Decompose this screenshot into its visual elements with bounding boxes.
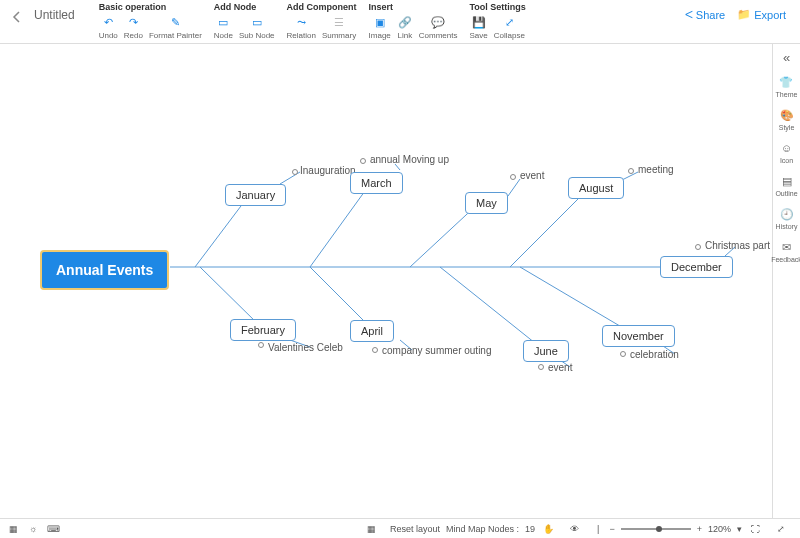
- svg-line-6: [310, 267, 370, 327]
- toolbar-group-title: Add Component: [287, 2, 357, 12]
- back-button[interactable]: [8, 8, 26, 26]
- node-november[interactable]: November: [602, 325, 675, 347]
- toolbar-group-title: Basic operation: [99, 2, 202, 12]
- sub-annualmovingup[interactable]: annual Moving up: [370, 154, 449, 165]
- zoom-dropdown[interactable]: ▾: [737, 524, 742, 534]
- format-painter-button[interactable]: ✎Format Painter: [149, 14, 202, 40]
- sub-celebration[interactable]: celebration: [630, 349, 679, 360]
- svg-line-2: [310, 184, 370, 267]
- reset-layout-button[interactable]: Reset layout: [390, 524, 440, 534]
- share-icon: ⵦ: [685, 8, 693, 21]
- outline-button[interactable]: ▤Outline: [775, 174, 797, 197]
- right-panel: « 👕Theme 🎨Style ☺Icon ▤Outline 🕘History …: [772, 44, 800, 518]
- node-june[interactable]: June: [523, 340, 569, 362]
- node-december[interactable]: December: [660, 256, 733, 278]
- history-icon: 🕘: [780, 207, 794, 221]
- node-august[interactable]: August: [568, 177, 624, 199]
- undo-button[interactable]: ↶Undo: [99, 14, 118, 40]
- collapse-icon: ⤢: [501, 14, 517, 30]
- export-icon: 📁: [737, 8, 751, 21]
- hand-icon[interactable]: ✋: [541, 522, 555, 536]
- save-button[interactable]: 💾Save: [469, 14, 487, 40]
- svg-line-8: [520, 267, 630, 332]
- node-icon: ▭: [215, 14, 231, 30]
- format-painter-icon: ✎: [167, 14, 183, 30]
- keyboard-icon[interactable]: ⌨: [46, 522, 60, 536]
- nodes-label: Mind Map Nodes :: [446, 524, 519, 534]
- toolbar-group-addnode: Add Node ▭Node ▭Sub Node: [214, 2, 275, 40]
- fit-icon[interactable]: ⛶: [748, 522, 762, 536]
- undo-icon: ↶: [100, 14, 116, 30]
- toolbar-group-title: Add Node: [214, 2, 275, 12]
- collapse-panel-button[interactable]: «: [783, 50, 790, 65]
- comments-button[interactable]: 💬Comments: [419, 14, 458, 40]
- feedback-icon: ✉: [780, 240, 794, 254]
- sub-event-june[interactable]: event: [548, 362, 572, 373]
- link-icon: 🔗: [397, 14, 413, 30]
- sub-meeting[interactable]: meeting: [638, 164, 674, 175]
- export-button[interactable]: 📁Export: [737, 8, 786, 21]
- zoom-out-button[interactable]: −: [609, 524, 614, 534]
- sub-christmas[interactable]: Christmas part: [705, 240, 770, 251]
- summary-button[interactable]: ☰Summary: [322, 14, 356, 40]
- theme-icon: 👕: [779, 75, 793, 89]
- relation-icon: ⤳: [293, 14, 309, 30]
- brightness-icon[interactable]: ☼: [26, 522, 40, 536]
- dot: [510, 174, 516, 180]
- style-icon: 🎨: [780, 108, 794, 122]
- share-button[interactable]: ⵦShare: [685, 8, 725, 21]
- zoom-value: 120%: [708, 524, 731, 534]
- style-button[interactable]: 🎨Style: [779, 108, 795, 131]
- svg-line-14: [508, 179, 520, 196]
- sub-inauguration[interactable]: Inauguration: [300, 165, 356, 176]
- dot: [628, 168, 634, 174]
- image-button[interactable]: ▣Image: [369, 14, 391, 40]
- icon-icon: ☺: [780, 141, 794, 155]
- comments-icon: 💬: [430, 14, 446, 30]
- icon-button[interactable]: ☺Icon: [780, 141, 794, 164]
- svg-line-4: [510, 187, 590, 267]
- toolbar-group-addcomponent: Add Component ⤳Relation ☰Summary: [287, 2, 357, 40]
- sub-valentines[interactable]: Valentines Celeb: [268, 342, 343, 353]
- subnode-button[interactable]: ▭Sub Node: [239, 14, 275, 40]
- dot: [695, 244, 701, 250]
- collapse-button[interactable]: ⤢Collapse: [494, 14, 525, 40]
- outline-icon: ▤: [780, 174, 794, 188]
- document-title[interactable]: Untitled: [34, 8, 75, 22]
- feedback-button[interactable]: ✉Feedback: [771, 240, 800, 263]
- root-node[interactable]: Annual Events: [40, 250, 169, 290]
- sub-event-may[interactable]: event: [520, 170, 544, 181]
- history-button[interactable]: 🕘History: [776, 207, 798, 230]
- redo-icon: ↷: [125, 14, 141, 30]
- toolbar-group-title: Tool Settings: [469, 2, 525, 12]
- svg-line-5: [200, 267, 260, 326]
- link-button[interactable]: 🔗Link: [397, 14, 413, 40]
- dot: [620, 351, 626, 357]
- fullscreen-icon[interactable]: ⤢: [774, 522, 788, 536]
- dot: [538, 364, 544, 370]
- sub-summerouting[interactable]: company summer outing: [382, 345, 492, 356]
- top-toolbar: Untitled Basic operation ↶Undo ↷Redo ✎Fo…: [0, 0, 800, 44]
- reset-layout-icon[interactable]: ▦: [364, 522, 378, 536]
- save-icon: 💾: [471, 14, 487, 30]
- toolbar-group-tools: Tool Settings 💾Save ⤢Collapse: [469, 2, 525, 40]
- dot: [292, 169, 298, 175]
- node-february[interactable]: February: [230, 319, 296, 341]
- mindmap-canvas[interactable]: Annual Events January Inauguration March…: [0, 44, 772, 518]
- node-january[interactable]: January: [225, 184, 286, 206]
- grid-icon[interactable]: ▦: [6, 522, 20, 536]
- zoom-slider[interactable]: [621, 528, 691, 530]
- node-may[interactable]: May: [465, 192, 508, 214]
- relation-button[interactable]: ⤳Relation: [287, 14, 316, 40]
- theme-button[interactable]: 👕Theme: [776, 75, 798, 98]
- node-button[interactable]: ▭Node: [214, 14, 233, 40]
- eye-icon[interactable]: 👁: [567, 522, 581, 536]
- node-april[interactable]: April: [350, 320, 394, 342]
- redo-button[interactable]: ↷Redo: [124, 14, 143, 40]
- nodes-count: 19: [525, 524, 535, 534]
- image-icon: ▣: [372, 14, 388, 30]
- zoom-in-button[interactable]: +: [697, 524, 702, 534]
- dot: [360, 158, 366, 164]
- dot: [258, 342, 264, 348]
- node-march[interactable]: March: [350, 172, 403, 194]
